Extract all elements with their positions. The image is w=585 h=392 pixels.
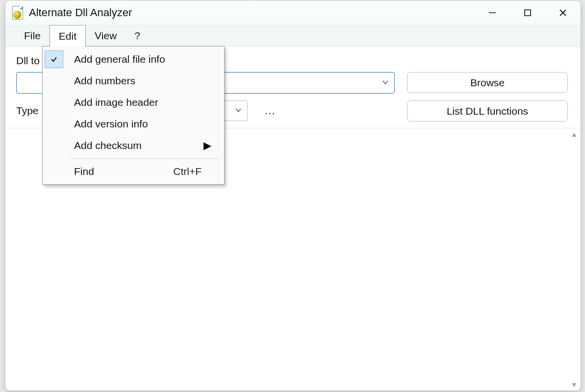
list-functions-button[interactable]: List DLL functions — [407, 100, 568, 122]
chevron-down-icon — [234, 105, 242, 117]
menu-item-label: Add general file info — [65, 53, 215, 65]
window-controls — [475, 0, 581, 25]
menu-item-label: Add numbers — [65, 75, 215, 87]
menu-add-checksum[interactable]: Add checksum ▶ — [43, 135, 224, 156]
menu-separator — [70, 158, 219, 159]
ellipsis-label: ... — [265, 104, 275, 117]
check-col — [43, 113, 65, 135]
menu-add-image-header[interactable]: Add image header — [43, 92, 224, 113]
menu-item-label: Find — [65, 166, 173, 177]
menu-file[interactable]: File — [15, 25, 50, 46]
minimize-button[interactable] — [475, 0, 510, 25]
titlebar: Alternate Dll Analyzer — [5, 0, 581, 25]
check-col — [43, 70, 65, 92]
menu-find[interactable]: Find Ctrl+F — [43, 161, 224, 182]
maximize-button[interactable] — [510, 0, 545, 25]
right-button-column: Browse List DLL functions — [407, 72, 568, 122]
menu-add-numbers[interactable]: Add numbers — [43, 70, 224, 92]
edit-dropdown: Add general file info Add numbers Add im… — [42, 46, 225, 185]
menu-item-label: Add checksum — [65, 140, 203, 151]
menu-view-label: View — [95, 30, 117, 42]
dll-label: Dll to — [16, 55, 40, 67]
menu-shortcut: Ctrl+F — [173, 166, 215, 177]
minimize-icon — [488, 8, 497, 17]
scroll-up-icon: ▲ — [571, 130, 578, 138]
menu-edit[interactable]: Edit — [50, 25, 86, 47]
window-title: Alternate Dll Analyzer — [29, 6, 132, 19]
maximize-icon — [523, 8, 532, 17]
svg-rect-1 — [525, 10, 531, 16]
check-col — [43, 161, 65, 182]
menu-help-label: ? — [134, 30, 140, 42]
scroll-down-icon: ▼ — [571, 381, 578, 389]
menubar: File Edit View ? — [5, 25, 581, 47]
menu-item-label: Add version info — [65, 118, 215, 130]
menu-add-general-file-info[interactable]: Add general file info — [43, 49, 224, 70]
menu-help[interactable]: ? — [126, 25, 149, 46]
chevron-down-icon — [382, 77, 389, 89]
app-icon — [12, 6, 23, 20]
submenu-arrow-icon: ▶ — [203, 140, 215, 151]
check-col — [43, 135, 65, 156]
ellipsis-button[interactable]: ... — [256, 103, 284, 119]
menu-edit-label: Edit — [59, 30, 76, 42]
browse-button[interactable]: Browse — [407, 72, 568, 93]
type-label: Type — [16, 105, 44, 117]
menu-view[interactable]: View — [86, 25, 126, 46]
menu-item-label: Add image header — [65, 97, 215, 108]
browse-label: Browse — [470, 77, 505, 89]
close-button[interactable] — [545, 0, 581, 25]
menu-file-label: File — [24, 30, 41, 42]
menu-add-version-info[interactable]: Add version info — [43, 113, 224, 135]
list-functions-label: List DLL functions — [447, 105, 528, 117]
check-icon — [45, 50, 63, 68]
check-col — [43, 92, 65, 113]
vertical-scrollbar[interactable]: ▲ ▼ — [569, 130, 580, 389]
close-icon — [559, 8, 567, 17]
